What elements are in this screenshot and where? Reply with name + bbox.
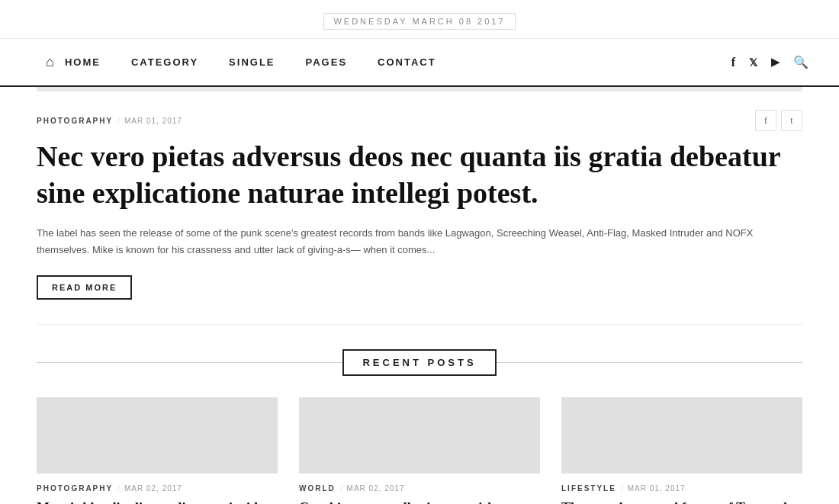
featured-title: Nec vero pietas adversus deos nec quanta…	[37, 139, 802, 211]
post-card-category-3: LIFESTYLE	[561, 484, 616, 493]
nav-right: f 𝕏 ▶ 🔍	[731, 55, 808, 69]
facebook-icon[interactable]: f	[731, 56, 735, 69]
post-card-meta-2: WORLD / MAR 02, 2017	[299, 484, 540, 493]
post-card-title-1[interactable]: Mauris blandit aliquet elit, eget tincid…	[37, 499, 278, 504]
post-card-title-2[interactable]: Curabitur non nulla sit amet nisl tempus…	[299, 499, 540, 504]
nav-pages-label: PAGES	[306, 56, 348, 68]
post-facebook-btn[interactable]: f	[755, 110, 776, 131]
post-card-image-1	[37, 397, 278, 474]
post-card-1: PHOTOGRAPHY / MAR 02, 2017 Mauris blandi…	[37, 397, 278, 504]
section-line-right	[497, 362, 802, 363]
post-twitter-btn[interactable]: t	[781, 110, 802, 131]
post-card-image-2	[299, 397, 540, 474]
youtube-icon[interactable]: ▶	[771, 56, 780, 69]
meta-separator: /	[117, 117, 120, 125]
featured-post: PHOTOGRAPHY / MAR 01, 2017 f t Nec vero …	[37, 91, 802, 325]
nav-single-label: SINGLE	[229, 56, 275, 68]
recent-posts-section: RECENT POSTS PHOTOGRAPHY / MAR 02, 2017 …	[0, 325, 839, 504]
post-tw-icon: t	[790, 115, 792, 127]
nav-pages[interactable]: PAGES	[291, 41, 363, 83]
post-card-date-2: MAR 02, 2017	[347, 484, 405, 493]
section-title-wrapper: RECENT POSTS	[37, 349, 802, 376]
post-card-date-1: MAR 02, 2017	[124, 484, 182, 493]
nav-home[interactable]: ⌂ HOME	[31, 39, 116, 85]
post-card-title-3[interactable]: The ups, downs and future of Tomonobu It…	[561, 499, 802, 504]
featured-excerpt: The label has seen the release of some o…	[37, 225, 802, 258]
read-more-button[interactable]: READ MORE	[37, 275, 132, 300]
search-icon[interactable]: 🔍	[793, 55, 808, 69]
post-date: MAR 01, 2017	[124, 117, 182, 125]
post-card-2: WORLD / MAR 02, 2017 Curabitur non nulla…	[299, 397, 540, 504]
post-meta-left: PHOTOGRAPHY / MAR 01, 2017	[37, 117, 182, 125]
nav-home-label: HOME	[65, 56, 101, 68]
section-line-left	[37, 362, 342, 363]
nav-category-label: CATEGORY	[131, 56, 198, 68]
post-card-meta-1: PHOTOGRAPHY / MAR 02, 2017	[37, 484, 278, 493]
post-social: f t	[755, 110, 802, 131]
nav-category[interactable]: CATEGORY	[116, 41, 214, 83]
navbar: ⌂ HOME CATEGORY SINGLE PAGES CONTACT f 𝕏…	[0, 39, 839, 87]
post-card-category-1: PHOTOGRAPHY	[37, 484, 113, 493]
post-card-meta-3: LIFESTYLE / MAR 01, 2017	[561, 484, 802, 493]
post-fb-icon: f	[764, 115, 767, 127]
main-content: PHOTOGRAPHY / MAR 01, 2017 f t Nec vero …	[0, 91, 839, 325]
post-card-category-2: WORLD	[299, 484, 336, 493]
date-text: WEDNESDAY MARCH 08 2017	[323, 13, 515, 30]
post-category: PHOTOGRAPHY	[37, 117, 113, 125]
posts-grid: PHOTOGRAPHY / MAR 02, 2017 Mauris blandi…	[37, 397, 802, 504]
post-meta: PHOTOGRAPHY / MAR 01, 2017 f t	[37, 110, 802, 131]
post-card-3: LIFESTYLE / MAR 01, 2017 The ups, downs …	[561, 397, 802, 504]
post-card-date-3: MAR 01, 2017	[628, 484, 686, 493]
section-title: RECENT POSTS	[342, 349, 496, 376]
twitter-icon[interactable]: 𝕏	[749, 56, 757, 69]
nav-contact[interactable]: CONTACT	[362, 41, 452, 83]
home-icon: ⌂	[46, 54, 56, 70]
date-bar: WEDNESDAY MARCH 08 2017	[0, 0, 839, 39]
nav-left: ⌂ HOME CATEGORY SINGLE PAGES CONTACT	[31, 39, 731, 85]
nav-single[interactable]: SINGLE	[214, 41, 290, 83]
nav-contact-label: CONTACT	[378, 56, 436, 68]
post-card-image-3	[561, 397, 802, 474]
